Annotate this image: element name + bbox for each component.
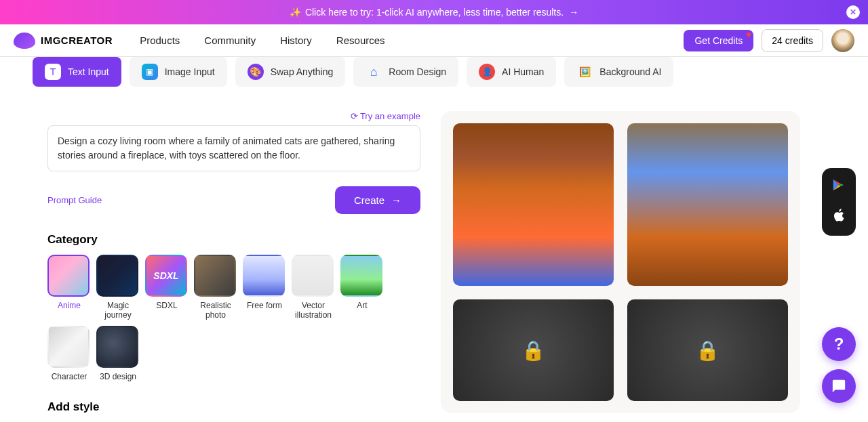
category-thumb [47,255,90,297]
tab-label: Room Design [389,66,446,77]
nav-products[interactable]: Products [140,35,180,46]
mode-tabs: T Text Input ▣ Image Input 🎨 Swap Anythi… [33,57,868,87]
image-input-icon: ▣ [142,64,158,80]
lock-icon: 🔒 [521,339,545,362]
category-label: Art [340,301,384,310]
category-label: Magic journey [96,301,140,320]
arrow-right-icon: → [569,7,578,18]
app-store-panel [822,168,856,236]
category-realistic-photo[interactable]: Realistic photo [194,255,237,320]
results-grid: 🔒 🔒 [441,111,800,413]
result-image-4-locked[interactable]: 🔒 [627,299,788,401]
google-play-icon[interactable] [831,177,846,196]
category-anime[interactable]: Anime [47,255,91,320]
tab-image-input[interactable]: ▣ Image Input [130,57,227,87]
avatar[interactable] [831,29,854,52]
header: IMGCREATOR Products Community History Re… [0,24,868,57]
category-label: 3D design [96,372,140,381]
category-magic-journey[interactable]: Magic journey [96,255,140,320]
chat-icon [831,379,846,394]
result-image-3-locked[interactable]: 🔒 [453,299,614,401]
category-label: Character [47,372,91,381]
text-input-icon: T [45,64,61,80]
right-panel: 🔒 🔒 [434,111,814,422]
nav-history[interactable]: History [280,35,312,46]
nav-resources[interactable]: Resources [336,35,385,46]
lock-icon: 🔒 [696,339,719,362]
tab-label: Swap Anything [271,66,334,77]
swap-icon: 🎨 [248,64,264,80]
notification-dot-icon [747,33,751,37]
room-icon: ⌂ [366,64,382,80]
help-button[interactable]: ? [822,327,856,361]
tab-background-ai[interactable]: 🖼️ Background AI [564,57,673,87]
result-image-2[interactable] [627,123,788,286]
get-credits-button[interactable]: Get Credits [684,30,753,51]
category-thumb: SDXL [145,255,187,297]
left-panel: Try an example Prompt Guide Create → Cat… [0,111,434,422]
category-thumb [243,255,285,297]
style-title: Add style [47,400,420,414]
category-thumb [96,326,138,368]
tab-label: Text Input [68,66,109,77]
category-thumb [194,255,236,297]
nav: Products Community History Resources [140,35,384,46]
logo-text: IMGCREATOR [41,35,113,46]
help-icon: ? [834,335,844,354]
result-image-1[interactable] [453,123,614,286]
category-label: SDXL [145,301,189,310]
logo[interactable]: IMGCREATOR [14,33,113,49]
category-thumb [340,255,382,297]
category-title: Category [47,233,420,247]
category-label: Anime [47,301,91,310]
category-3d-design[interactable]: 3D design [96,326,140,381]
tab-text-input[interactable]: T Text Input [33,57,121,87]
tab-room-design[interactable]: ⌂ Room Design [353,57,458,87]
tab-label: AI Human [502,66,544,77]
category-character[interactable]: Character [47,326,91,381]
category-art[interactable]: Art [340,255,384,320]
banner-text: Click here to try: 1-click AI anywhere, … [305,7,564,18]
category-label: Vector illustration [292,301,335,320]
prompt-guide-link[interactable]: Prompt Guide [47,195,102,205]
close-icon[interactable]: ✕ [846,5,860,19]
human-icon: 👤 [479,64,495,80]
category-label: Realistic photo [194,301,237,320]
logo-icon [14,33,35,49]
prompt-input[interactable] [47,125,420,171]
create-label: Create [354,194,384,206]
get-credits-label: Get Credits [694,35,743,46]
sparkle-icon: ✨ [290,7,301,18]
category-vector-illustration[interactable]: Vector illustration [292,255,335,320]
chat-button[interactable] [822,369,856,403]
category-grid: Anime Magic journey SDXL SDXL Realistic … [47,255,420,381]
category-thumb [96,255,138,297]
tab-label: Image Input [165,66,215,77]
category-sdxl[interactable]: SDXL SDXL [145,255,189,320]
category-thumb [292,255,334,297]
category-thumb [47,326,90,368]
background-icon: 🖼️ [576,64,593,80]
apple-icon[interactable] [831,208,846,226]
create-button[interactable]: Create → [335,186,420,214]
nav-community[interactable]: Community [204,35,256,46]
category-label: Free form [243,301,286,310]
credits-count-button[interactable]: 24 credits [762,29,823,52]
promo-banner[interactable]: ✨ Click here to try: 1-click AI anywhere… [0,0,868,24]
try-example-link[interactable]: Try an example [47,111,420,121]
tab-swap-anything[interactable]: 🎨 Swap Anything [235,57,346,87]
tab-ai-human[interactable]: 👤 AI Human [467,57,556,87]
arrow-right-icon: → [391,194,401,206]
category-free-form[interactable]: Free form [243,255,286,320]
tab-label: Background AI [599,66,661,77]
